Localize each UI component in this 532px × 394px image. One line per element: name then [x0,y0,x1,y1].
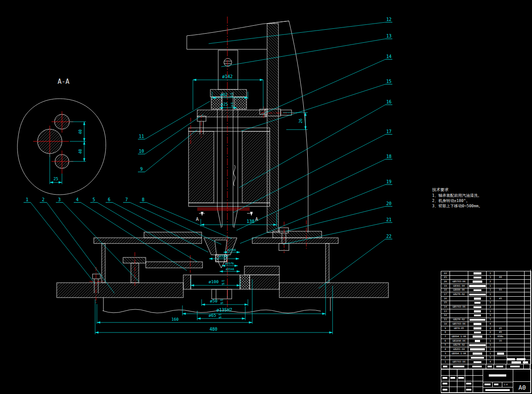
housing-right [242,131,270,203]
callout-12: 12 [209,17,392,44]
parts-table-row-13: 131 [441,309,531,314]
part-name-block [473,336,482,338]
base-top-right [252,238,338,243]
parts-table: 2212114820GB5783-86219GB301-84118GB886-8… [441,271,531,364]
part-name-block [474,332,481,334]
parts-table-header [441,364,530,369]
drawing-name-cell [483,370,513,382]
svg-text:15: 15 [386,79,391,84]
material-row [483,387,513,393]
part-name-block [474,323,481,325]
header-material [494,364,506,369]
signature-grid [441,370,483,393]
parts-table-row-5: 5GB276-821 [441,343,531,348]
lower-housing [212,289,232,299]
dim-25f6: ø25f6 [225,262,234,265]
svg-text:22: 22 [386,234,391,239]
dim-62: ø62 [220,93,227,97]
cut-label-left: A [196,216,199,222]
ground-plate-right [279,283,388,298]
callout-5: 5 [90,197,197,262]
section-blob-outline [17,99,106,195]
callout-1: 1 [24,197,95,284]
svg-text:16: 16 [386,99,391,104]
svg-text:2: 2 [42,197,45,202]
parts-table-row-12: 121 [441,314,531,318]
tech-req-title: 技术要求 [432,187,449,192]
parts-table-row-8: 8245 [441,331,531,335]
bearing-cap [210,89,247,97]
dim-100: ø100 [209,279,219,284]
hub-upper-right [244,266,279,275]
clamp-right [273,231,322,238]
part-name-block [474,361,481,363]
tech-requirements: 技术要求 1、轴承装配前用汽油清洗。 2、机身转动±180°。 3、臂部上下移动… [432,187,482,208]
dim-25: 25 [54,177,58,181]
part-name-block [474,302,481,304]
svg-text:4: 4 [76,197,79,202]
ground-plate-left [57,283,183,298]
section-view-title: A-A [58,78,69,86]
bearing-right [234,97,247,109]
parts-table-row-16: 16145 [441,297,531,301]
parts-table-row-6: 6GB1096-86135 [441,339,531,343]
tech-req-item-1: 1、轴承装配前用汽油清洗。 [432,193,481,198]
parts-table-row-19: 19GB301-841 [441,284,531,288]
dim-26: 26 [299,119,303,123]
callout-14: 14 [262,54,392,114]
callout-13: 13 [221,34,392,67]
dim-135: ø135H7 [216,308,232,312]
svg-text:f6: f6 [231,105,234,107]
part-name-block [469,344,486,346]
svg-text:17: 17 [386,129,391,134]
header-name [468,364,486,369]
svg-text:12: 12 [386,17,391,22]
dim-40-upper: 40 [78,130,82,134]
dim-50: ø50 [210,298,217,303]
part-name-block [473,281,482,283]
svg-text:21: 21 [386,217,391,222]
svg-text:10: 10 [139,149,144,154]
bearing-left [211,97,222,109]
cad-drawing-sheet: A-A 40 40 25 [0,0,532,394]
svg-text:14: 14 [386,54,391,59]
part-name-block [470,319,485,321]
svg-text:f6: f6 [230,95,233,98]
clamp-left [144,232,202,238]
svg-text:7: 7 [125,197,128,202]
svg-text:11: 11 [139,134,144,139]
tool-tip [218,262,224,268]
base-top-left [94,238,202,243]
part-name-block [474,327,481,329]
title-block: 1:4 A0 [441,369,531,393]
parts-table-row-17: 17GB276-821 [441,292,531,297]
svg-text:18: 18 [386,154,391,159]
parts-table-row-15: 151 [441,301,531,305]
wall-right [326,243,329,283]
flange-plate [197,110,266,117]
svg-text:5: 5 [93,197,95,202]
parts-table-row-21: 21148 [441,276,531,280]
svg-text:1: 1 [26,197,28,202]
parts-table-row-18: 18GB886-86155 [441,288,531,293]
part-name-block [474,310,481,312]
dim-138: 138 [247,219,254,224]
spring-detail [233,165,235,186]
part-name-block [474,272,481,274]
header-qty [486,364,494,369]
part-name-block [469,294,486,296]
part-name-block [471,357,484,359]
dim-25-top: ø25 [221,102,228,106]
header-extra [524,364,530,369]
dim-35k6: ø35k6 [226,267,234,271]
dim-65: ø65 [209,313,216,318]
parts-table-row-22: 221 [441,271,531,276]
parts-table-row-14: 14GB5783-862 [441,305,531,310]
dim-40-lower: 40 [78,149,82,154]
svg-text:3: 3 [58,197,61,202]
svg-text:8: 8 [142,197,144,202]
pedestal-arm [146,262,203,268]
housing-left [189,131,214,203]
unit-cell [513,370,531,381]
sheet-size: A0 [513,381,531,393]
